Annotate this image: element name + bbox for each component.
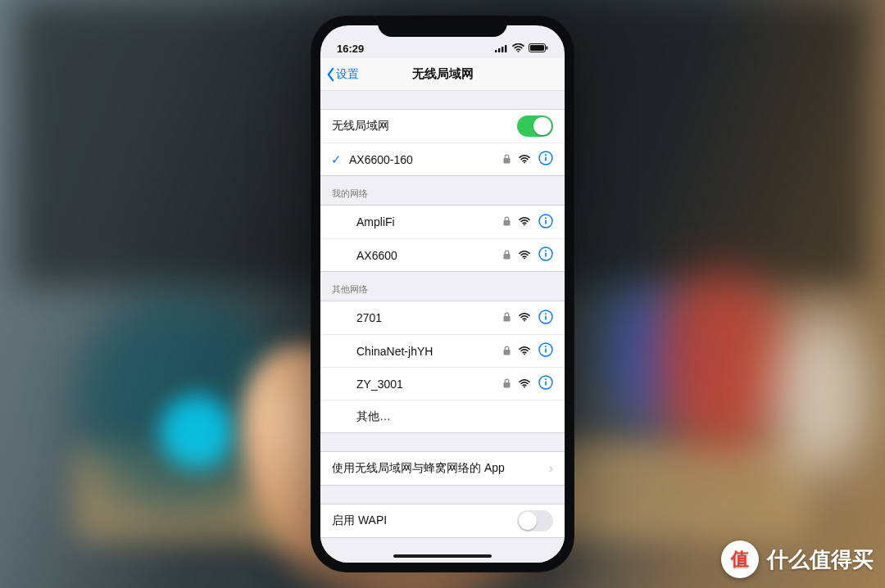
network-row[interactable]: AmpliFi [320,206,565,238]
wifi-signal-icon [519,378,530,391]
svg-rect-28 [504,350,511,355]
lock-icon [503,311,511,324]
svg-point-11 [545,154,547,156]
wapi-row[interactable]: 启用 WAPI [320,504,565,537]
network-name: 2701 [356,311,382,324]
svg-rect-8 [504,158,511,164]
svg-rect-23 [504,316,511,322]
wifi-signal-icon [519,249,530,262]
nav-bar: 设置 无线局域网 [320,58,565,91]
lock-icon [503,249,511,262]
wifi-signal-icon [519,345,530,358]
network-name: ZY_3001 [356,378,403,391]
network-row[interactable]: ZY_3001 [320,367,565,400]
svg-point-16 [545,217,547,219]
info-icon[interactable] [538,151,553,168]
wapi-switch[interactable] [517,510,553,531]
svg-rect-22 [545,252,547,256]
svg-rect-18 [504,254,511,260]
lock-icon [503,215,511,228]
svg-point-31 [545,346,547,347]
svg-rect-0 [495,50,497,52]
check-icon: ✓ [330,152,342,167]
info-icon[interactable] [538,342,553,360]
network-name: AmpliFi [356,215,395,228]
svg-point-29 [524,353,525,355]
connected-network-row[interactable]: ✓ AX6600-160 [320,142,565,175]
svg-rect-7 [547,46,548,49]
watermark-text: 什么值得买 [767,545,874,574]
network-row[interactable]: AX6600 [320,238,565,271]
connected-network-name: AX6600-160 [349,153,413,166]
lock-icon [503,345,511,358]
svg-point-26 [545,313,547,314]
wifi-switch[interactable] [517,115,553,137]
wifi-signal-icon [519,311,530,324]
screen: 16:29 设置 无线局域网 [320,25,565,563]
watermark-badge: 值 [721,541,759,578]
other-network-label: 其他… [356,409,391,424]
svg-rect-12 [545,156,547,161]
apps-using-wlan-label: 使用无线局域网与蜂窝网络的 App [332,461,505,476]
wifi-toggle-row[interactable]: 无线局域网 [320,110,565,142]
signal-icon [495,43,508,55]
svg-rect-27 [545,315,547,319]
svg-rect-32 [545,348,547,352]
watermark: 值 什么值得买 [721,541,874,578]
svg-point-24 [524,319,525,321]
back-button[interactable]: 设置 [325,67,359,82]
svg-point-21 [545,250,547,251]
svg-point-19 [524,257,525,259]
svg-rect-6 [530,45,544,51]
notch [378,16,507,37]
iphone-frame: 16:29 设置 无线局域网 [311,16,574,572]
svg-rect-1 [498,48,500,52]
back-label: 设置 [336,67,359,82]
network-name: AX6600 [356,249,397,262]
wifi-signal-icon [519,153,530,166]
svg-rect-33 [504,382,511,388]
svg-rect-13 [504,220,511,226]
battery-icon [529,43,548,55]
network-row[interactable]: ChinaNet-jhYH [320,334,565,367]
lock-icon [503,378,511,391]
wifi-toggle-label: 无线局域网 [332,119,389,133]
info-icon[interactable] [538,375,553,392]
status-time: 16:29 [337,43,364,55]
svg-point-34 [524,386,525,387]
svg-rect-2 [502,47,503,52]
svg-point-4 [518,51,520,52]
svg-rect-17 [545,219,547,224]
wifi-icon [512,43,524,55]
lock-icon [503,153,511,166]
chevron-right-icon: › [549,461,553,476]
network-row[interactable]: 2701 [320,301,565,334]
page-title: 无线局域网 [412,66,474,82]
svg-point-14 [524,224,525,225]
section-header-other: 其他网络 [320,272,565,301]
apps-using-wlan-row[interactable]: 使用无线局域网与蜂窝网络的 App › [320,452,565,485]
info-icon[interactable] [538,310,553,327]
wifi-signal-icon [519,215,530,228]
section-header-mine: 我的网络 [320,176,565,205]
info-icon[interactable] [538,214,553,231]
home-indicator[interactable] [393,554,492,558]
svg-point-36 [545,378,547,380]
other-network-row[interactable]: 其他… [320,400,565,432]
network-name: ChinaNet-jhYH [356,345,433,358]
svg-rect-3 [505,45,506,52]
content[interactable]: 无线局域网 ✓ AX6600-160 我的网络 AmpliF [320,91,565,563]
info-icon[interactable] [538,247,553,264]
svg-rect-37 [545,381,547,385]
svg-point-9 [524,161,525,163]
wapi-label: 启用 WAPI [332,513,387,528]
